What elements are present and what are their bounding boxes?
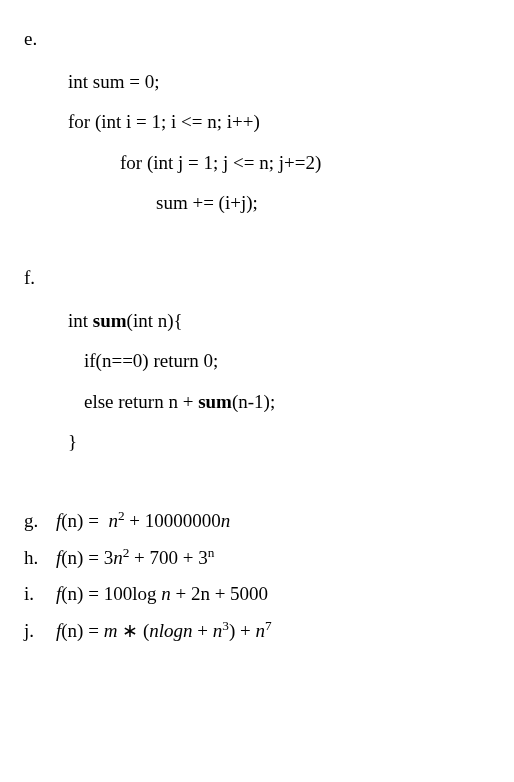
- fn-arg: (n): [61, 510, 83, 531]
- math-expr: f(n) = 100log n + 2n + 5000: [56, 581, 268, 608]
- code-line: sum += (i+j);: [68, 190, 486, 217]
- fn-arg: (n): [61, 547, 83, 568]
- close: ) +: [229, 620, 256, 641]
- code-block-e: int sum = 0; for (int i = 1; i <= n; i++…: [68, 69, 486, 217]
- fn-arg: (n): [61, 583, 83, 604]
- code-line: int sum(int n){: [68, 308, 486, 335]
- code-line: else return n + sum(n-1);: [68, 389, 486, 416]
- var: n: [161, 583, 171, 604]
- math-label: i.: [24, 581, 56, 608]
- code-bold: sum: [93, 310, 127, 331]
- fn-arg: (n): [61, 620, 83, 641]
- plus: + 2n + 5000: [171, 583, 268, 604]
- var: nlogn: [149, 620, 192, 641]
- var: n: [255, 620, 265, 641]
- item-f-label: f.: [24, 265, 486, 292]
- math-label: h.: [24, 545, 56, 572]
- sup: 2: [118, 508, 125, 523]
- math-expr: f(n) = m ∗ (nlogn + n3) + n7: [56, 618, 272, 645]
- plus: +: [193, 620, 213, 641]
- eq-sign: =: [83, 583, 103, 604]
- op: ∗ (: [117, 620, 149, 641]
- sup: 7: [265, 617, 272, 632]
- code-text: (int n){: [127, 310, 183, 331]
- sup: n: [208, 544, 215, 559]
- code-text: int: [68, 310, 93, 331]
- code-line: for (int j = 1; j <= n; j+=2): [68, 150, 486, 177]
- math-label: j.: [24, 618, 56, 645]
- var: n: [213, 620, 223, 641]
- math-item-h: h. f(n) = 3n2 + 700 + 3n: [24, 545, 486, 572]
- eq-sign: =: [83, 510, 103, 531]
- sup: 3: [222, 617, 229, 632]
- math-item-i: i. f(n) = 100log n + 2n + 5000: [24, 581, 486, 608]
- code-text: else return n +: [84, 391, 198, 412]
- math-item-g: g. f(n) = n2 + 10000000n: [24, 508, 486, 535]
- math-item-j: j. f(n) = m ∗ (nlogn + n3) + n7: [24, 618, 486, 645]
- code-bold: sum: [198, 391, 232, 412]
- var: n: [113, 547, 123, 568]
- rhs: n2 + 10000000n: [108, 510, 230, 531]
- math-list: g. f(n) = n2 + 10000000n h. f(n) = 3n2 +…: [24, 508, 486, 644]
- var: n: [221, 510, 231, 531]
- item-e-label: e.: [24, 26, 486, 53]
- code-line: if(n==0) return 0;: [68, 348, 486, 375]
- code-text: (n-1);: [232, 391, 275, 412]
- math-expr: f(n) = 3n2 + 700 + 3n: [56, 545, 214, 572]
- code-line: for (int i = 1; i <= n; i++): [68, 109, 486, 136]
- code-line: }: [68, 429, 486, 456]
- code-block-f: int sum(int n){ if(n==0) return 0; else …: [68, 308, 486, 456]
- coef: 3: [104, 547, 114, 568]
- var: m: [104, 620, 118, 641]
- math-expr: f(n) = n2 + 10000000n: [56, 508, 230, 535]
- math-label: g.: [24, 508, 56, 535]
- plus: + 10000000: [125, 510, 221, 531]
- eq-sign: =: [83, 547, 103, 568]
- code-line: int sum = 0;: [68, 69, 486, 96]
- coef: 100log: [104, 583, 162, 604]
- eq-sign: =: [83, 620, 103, 641]
- var: n: [108, 510, 118, 531]
- plus: + 700 + 3: [129, 547, 207, 568]
